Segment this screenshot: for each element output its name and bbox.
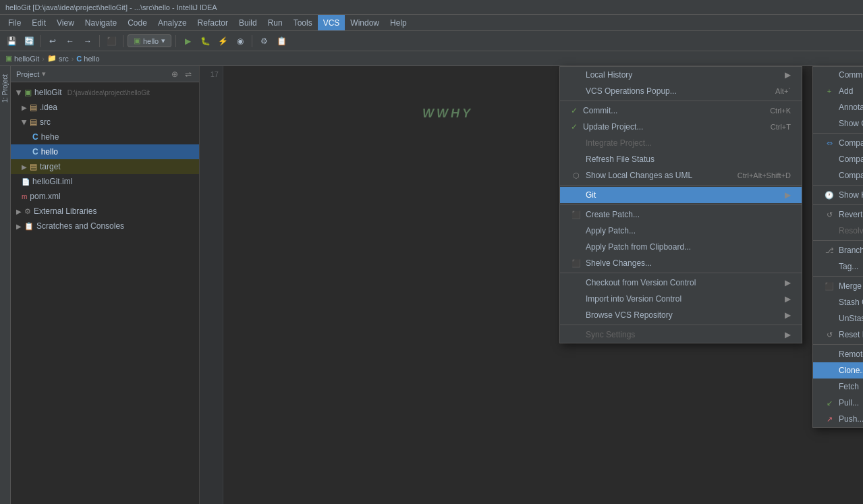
menu-help[interactable]: Help <box>385 15 412 30</box>
git-show-history[interactable]: 🕐 Show History <box>813 187 863 203</box>
git-add[interactable]: + Add Ctrl+Alt+A <box>813 83 863 99</box>
menu-view[interactable]: View <box>51 15 80 30</box>
git-reset-head[interactable]: ↺ Reset HEAD... <box>813 327 863 343</box>
breadcrumb-helloGit[interactable]: ▣ helloGit <box>5 54 39 63</box>
git-compare-branch[interactable]: Compare with Branch... <box>813 167 863 184</box>
vcs-commit-left: ✓ Commit... <box>571 106 617 115</box>
git-revert[interactable]: ↺ Revert... Ctrl+Alt+Z <box>813 206 863 223</box>
git-unstash[interactable]: UnStash Changes... <box>813 310 863 327</box>
profile-button[interactable]: ◉ <box>233 34 248 49</box>
tree-item-helloGit[interactable]: ▶ ▣ helloGit D:\java\idea\project\helloG… <box>11 85 199 100</box>
vcs-apply-patch-left: Apply Patch... <box>571 226 636 235</box>
vcs-create-patch[interactable]: ⬛ Create Patch... <box>560 206 802 223</box>
vcs-operations-popup[interactable]: VCS Operations Popup... Alt+` <box>560 83 802 99</box>
project-dropdown-arrow[interactable]: ▾ <box>42 69 46 78</box>
menu-bar: File Edit View Navigate Code Analyze Ref… <box>0 15 863 31</box>
vcs-refresh-status[interactable]: Refresh File Status <box>560 151 802 167</box>
git-sep-3 <box>813 204 863 205</box>
git-show-current-revision[interactable]: Show Current Revision <box>813 115 863 132</box>
settings-button[interactable]: ⚙ <box>256 34 271 49</box>
vcs-checkout-vcs[interactable]: Checkout from Version Control ▶ <box>560 275 802 291</box>
run-button[interactable]: ▶ <box>180 34 195 49</box>
menu-refactor[interactable]: Refactor <box>192 15 233 30</box>
vcs-apply-patch[interactable]: Apply Patch... <box>560 223 802 239</box>
coverage-button[interactable]: ⚡ <box>215 34 230 49</box>
git-stash-left: Stash Changes... <box>824 298 863 307</box>
breadcrumb-src[interactable]: 📁 src <box>47 54 69 63</box>
vcs-browse-repo[interactable]: Browse VCS Repository ▶ <box>560 307 802 323</box>
git-pull-label: Pull... <box>839 398 859 408</box>
git-compare-same-left: ⇔ Compare with the Same Repository Versi… <box>824 138 863 148</box>
vcs-button[interactable]: 📋 <box>274 34 289 49</box>
git-branches[interactable]: ⎇ Branches... Ctrl+Shift+` <box>813 242 863 258</box>
vcs-git[interactable]: Git ▶ <box>560 187 802 203</box>
back-button[interactable]: ← <box>63 34 78 49</box>
menu-build[interactable]: Build <box>233 15 262 30</box>
menu-window[interactable]: Window <box>345 15 385 30</box>
git-revert-left: ↺ Revert... <box>824 210 863 219</box>
tree-item-hehe[interactable]: C hehe <box>11 130 199 144</box>
menu-code[interactable]: Code <box>122 15 152 30</box>
tree-action-scroll[interactable]: ⊕ <box>169 69 180 80</box>
forward-button[interactable]: → <box>80 34 95 49</box>
git-merge-changes[interactable]: ⬛ Merge Changes... <box>813 278 863 294</box>
vcs-shelve-changes[interactable]: ⬛ Shelve Changes... <box>560 255 802 271</box>
git-annotate[interactable]: Annotate <box>813 99 863 115</box>
tree-item-ext-libs-name: External Libraries <box>34 206 96 216</box>
merge-icon: ⬛ <box>824 282 835 291</box>
menu-tools[interactable]: Tools <box>288 15 318 30</box>
menu-vcs[interactable]: VCS <box>318 15 345 30</box>
breadcrumb-src-label: src <box>59 55 69 63</box>
vcs-git-left: Git <box>571 190 596 200</box>
project-tab-label[interactable]: 1: Project <box>1 74 9 103</box>
vcs-update-project[interactable]: ✓ Update Project... Ctrl+T <box>560 119 802 135</box>
git-push[interactable]: ↗ Push... https://blog.csdn.net/u0132541… <box>813 411 863 427</box>
git-commit-file[interactable]: Commit File... <box>813 67 863 83</box>
uml-icon: ⬡ <box>571 171 582 180</box>
tree-action-settings[interactable]: ⇌ <box>183 69 194 80</box>
save-all-button[interactable]: 💾 <box>4 34 19 49</box>
git-pull[interactable]: ↙ Pull... <box>813 395 863 411</box>
vcs-import-left: Import into Version Control <box>571 294 681 304</box>
vcs-apply-patch-clipboard[interactable]: Apply Patch from Clipboard... <box>560 239 802 255</box>
menu-navigate[interactable]: Navigate <box>80 15 122 30</box>
build-button[interactable]: ⬛ <box>104 34 119 49</box>
git-compare-with[interactable]: Compare with... <box>813 151 863 167</box>
git-tag[interactable]: Tag... <box>813 258 863 275</box>
tree-item-helloGit-iml[interactable]: 📄 helloGit.iml <box>11 174 199 189</box>
menu-run[interactable]: Run <box>262 15 288 30</box>
vcs-show-local-changes-uml[interactable]: ⬡ Show Local Changes as UML Ctrl+Alt+Shi… <box>560 167 802 184</box>
scratch-icon: 📋 <box>24 222 34 231</box>
tree-item-target[interactable]: ▶ ▤ target <box>11 159 199 174</box>
menu-file[interactable]: File <box>3 15 26 30</box>
tree-item-src-name: src <box>40 117 51 127</box>
git-merge-left: ⬛ Merge Changes... <box>824 281 863 291</box>
tree-item-idea[interactable]: ▶ ▤ .idea <box>11 100 199 115</box>
menu-analyze[interactable]: Analyze <box>152 15 192 30</box>
git-fetch[interactable]: Fetch <box>813 379 863 395</box>
tree-item-pom-xml[interactable]: m pom.xml <box>11 189 199 204</box>
git-clone[interactable]: Clone... <box>813 362 863 379</box>
update-check: ✓ <box>571 122 579 132</box>
menu-edit[interactable]: Edit <box>26 15 51 30</box>
git-clone-left: Clone... <box>824 366 863 375</box>
debug-button[interactable]: 🐛 <box>198 34 213 49</box>
tree-item-hello[interactable]: C hello <box>11 144 199 159</box>
tree-item-scratches[interactable]: ▶ 📋 Scratches and Consoles <box>11 219 199 233</box>
git-push-label: Push... <box>839 414 863 424</box>
breadcrumb-hello[interactable]: C hello <box>76 55 99 63</box>
vcs-import-vcs[interactable]: Import into Version Control ▶ <box>560 291 802 307</box>
git-remotes[interactable]: Remotes... <box>813 346 863 362</box>
git-compare-same-repo[interactable]: ⇔ Compare with the Same Repository Versi… <box>813 135 863 151</box>
run-config-selector[interactable]: ▣ hello ▾ <box>128 34 171 47</box>
vcs-commit[interactable]: ✓ Commit... Ctrl+K <box>560 103 802 119</box>
git-stash[interactable]: Stash Changes... <box>813 294 863 310</box>
tree-item-src[interactable]: ▶ ▤ src <box>11 115 199 130</box>
synchronize-button[interactable]: 🔄 <box>22 34 36 49</box>
git-annotate-label: Annotate <box>839 103 863 112</box>
vcs-shelve-label: Shelve Changes... <box>586 258 652 268</box>
vcs-browse-left: Browse VCS Repository <box>571 310 673 320</box>
vcs-local-history[interactable]: Local History ▶ <box>560 67 802 83</box>
tree-item-ext-libs[interactable]: ▶ ⚙ External Libraries <box>11 204 199 219</box>
undo-button[interactable]: ↩ <box>45 34 60 49</box>
